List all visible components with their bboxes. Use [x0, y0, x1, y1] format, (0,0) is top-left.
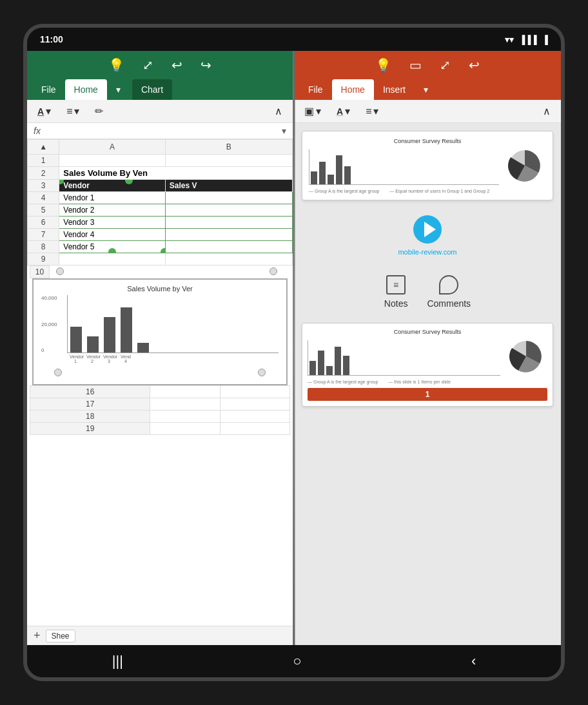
cell-vendor4[interactable]: Vendor 4 — [59, 229, 165, 241]
sheet-grid: ▲ A B 1 2 — [27, 139, 293, 626]
ppt-undo-icon[interactable]: ↩ — [469, 57, 480, 73]
excel-undo-icon[interactable]: ↩ — [172, 57, 182, 73]
col-a-header[interactable]: A — [59, 140, 165, 155]
fold-line — [293, 51, 295, 645]
add-sheet-btn[interactable]: + — [34, 629, 41, 642]
cell-val4[interactable] — [165, 229, 292, 241]
ppt-ideas-icon[interactable]: 💡 — [375, 57, 391, 73]
ppt-share-icon[interactable]: ⤢ — [440, 57, 451, 73]
excel-tab-file[interactable]: File — [32, 79, 65, 100]
cell-vendor1[interactable]: Vendor 1 — [59, 192, 165, 204]
excel-tab-dropdown[interactable]: ▾ — [107, 79, 130, 100]
chart-area: Sales Volume by Ver 40,000 20,000 0 — [32, 278, 288, 385]
chart-container: 10 Sales Volu — [27, 266, 293, 435]
chart-bar-2 — [87, 336, 99, 352]
excel-font-color-btn[interactable]: A ▾ — [34, 104, 55, 119]
slide-2-bar-4 — [335, 347, 341, 375]
nav-home-btn[interactable]: ○ — [280, 648, 314, 675]
ppt-tab-home[interactable]: Home — [332, 79, 374, 100]
cell-9b[interactable] — [165, 253, 292, 266]
table-row: 8 Vendor 5 — [28, 241, 293, 253]
comments-button[interactable]: Comments — [427, 275, 471, 309]
cell-val3[interactable] — [165, 217, 292, 229]
chart-cell — [50, 266, 291, 278]
excel-tab-home[interactable]: Home — [65, 79, 107, 100]
slide-bar-5 — [344, 166, 351, 184]
slide-thumbnail-2[interactable]: Consumer Survey Results — [302, 323, 553, 407]
cell-17a[interactable] — [150, 398, 220, 410]
chart-row-table: 10 — [30, 266, 290, 278]
slide-thumbnail-1[interactable]: Consumer Survey Results — [302, 131, 553, 200]
table-row: 1 — [28, 155, 293, 167]
watermark-logo-svg — [411, 213, 444, 246]
excel-align-btn[interactable]: ≡ ▾ — [63, 104, 83, 119]
row-1-num: 1 — [28, 155, 59, 167]
slide-2-bar-5 — [343, 356, 349, 375]
cell-19b[interactable] — [220, 423, 289, 435]
ppt-present-icon[interactable]: ▭ — [409, 57, 422, 73]
cell-16a[interactable] — [150, 386, 220, 398]
handle-br — [161, 248, 166, 253]
cell-val2[interactable] — [165, 204, 292, 217]
formula-input[interactable] — [46, 126, 282, 136]
notes-button[interactable]: ≡ Notes — [384, 275, 408, 309]
slide-2-pie — [505, 339, 547, 377]
pie-chart-2-svg — [505, 339, 547, 374]
cell-vendor5[interactable]: Vendor 5 — [59, 241, 165, 253]
cell-9a[interactable] — [59, 253, 165, 266]
slide-1-title: Consumer Survey Results — [309, 138, 546, 144]
ppt-collapse-btn[interactable]: ∧ — [539, 104, 554, 119]
cell-17b[interactable] — [220, 398, 289, 410]
pie-chart-svg — [504, 148, 546, 184]
excel-share-icon[interactable]: ⤢ — [142, 57, 153, 73]
nav-back-btn[interactable]: ‹ — [458, 648, 489, 675]
row-2-num: 2 — [28, 167, 59, 180]
ppt-tab-dropdown[interactable]: ▾ — [415, 79, 437, 100]
cell-vendor2[interactable]: Vendor 2 — [59, 204, 165, 217]
cell-19a[interactable] — [150, 423, 220, 435]
sheet-tab[interactable]: Shee — [46, 630, 75, 642]
cell-val5[interactable] — [165, 241, 292, 253]
chart-bar-1 — [70, 327, 82, 352]
cell-1b[interactable] — [165, 155, 292, 167]
cell-1a[interactable] — [59, 155, 165, 167]
table-row: 18 — [30, 410, 290, 423]
row-16: 16 — [30, 386, 150, 398]
nav-recent-btn[interactable]: ||| — [99, 648, 136, 675]
y-label-40k: 40,000 — [41, 295, 57, 301]
slide-1-pie — [504, 148, 546, 186]
cell-18a[interactable] — [150, 410, 220, 423]
cell-18b[interactable] — [220, 410, 289, 423]
slide-bar-2 — [319, 162, 326, 184]
excel-ideas-icon[interactable]: 💡 — [108, 57, 124, 73]
cell-vendor3[interactable]: Vendor 3 — [59, 217, 165, 229]
ppt-font-color-btn[interactable]: A ▾ — [333, 104, 354, 119]
cell-val1[interactable] — [165, 192, 292, 204]
device-frame: 11:00 ▾▾ ▐▐▐ ▐ 💡 ⤢ ↩ ↪ File — [23, 24, 565, 681]
slide-2-content — [308, 339, 547, 377]
slide-2-bar-2 — [318, 351, 324, 375]
excel-format3-btn[interactable]: ✏ — [91, 104, 107, 119]
slide-number: 1 — [308, 388, 547, 401]
excel-toolbar: 💡 ⤢ ↩ ↪ — [27, 51, 293, 79]
cell-sales-header[interactable]: Sales V — [165, 180, 292, 192]
cell-title[interactable]: Sales Volume By Ven — [59, 167, 293, 180]
chart-bar-4 — [121, 307, 132, 352]
formula-label: fx — [34, 126, 41, 136]
excel-tab-chart[interactable]: Chart — [132, 79, 172, 100]
ppt-align-btn[interactable]: ≡ ▾ — [362, 104, 382, 119]
excel-collapse-btn[interactable]: ∧ — [271, 104, 286, 119]
y-label-20k: 20,000 — [41, 322, 57, 327]
ppt-layout-btn[interactable]: ▣ ▾ — [300, 104, 325, 119]
ppt-tab-file[interactable]: File — [299, 79, 332, 100]
excel-redo-icon[interactable]: ↪ — [201, 57, 211, 73]
cell-16b[interactable] — [220, 386, 289, 398]
comments-label: Comments — [427, 298, 471, 309]
legend-2: — Equal number of users in Group 1 and G… — [389, 189, 489, 193]
table-row: 3 Vendor Sales V — [28, 180, 293, 192]
cell-vendor-header[interactable]: Vendor — [59, 180, 165, 192]
formula-chevron[interactable]: ▾ — [282, 126, 286, 136]
col-b-header[interactable]: B — [165, 140, 292, 155]
x-label-1: Vendor 1 — [70, 354, 81, 363]
ppt-tab-insert[interactable]: Insert — [374, 79, 415, 100]
